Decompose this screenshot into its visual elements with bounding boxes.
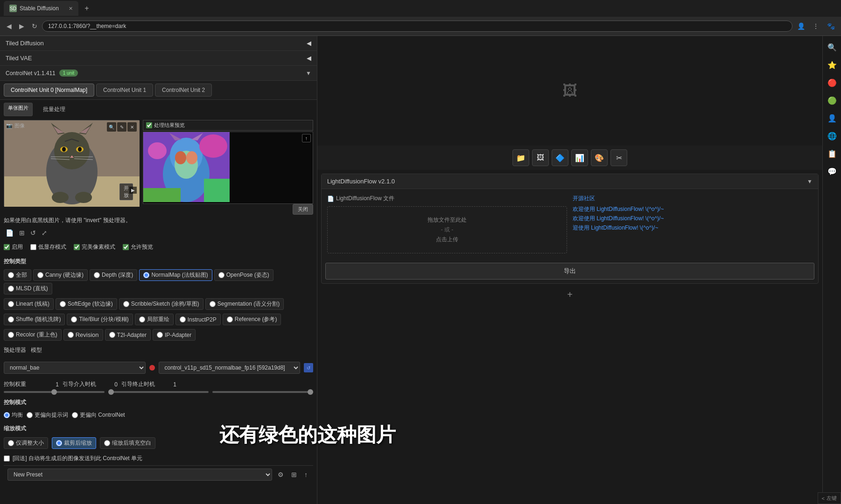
batch-process-tab[interactable]: 批量处理: [36, 103, 72, 116]
control-type-scribble[interactable]: Scribble/Sketch (涂鸦/草图): [119, 298, 203, 310]
main-image-box[interactable]: 📷 图像: [4, 120, 139, 206]
preset-settings-button[interactable]: ⚙: [276, 470, 286, 479]
preprocessor-select[interactable]: normal_bae: [4, 362, 146, 374]
refresh-model-button[interactable]: ↺: [304, 363, 313, 372]
tool-chart-button[interactable]: 📊: [571, 149, 588, 166]
control-mode-label: 控制模式: [4, 396, 313, 408]
ld-toggle-arrow[interactable]: ▼: [807, 178, 813, 185]
enable-checkbox[interactable]: 启用: [4, 243, 23, 251]
controlnet-tab-0[interactable]: ControlNet Unit 0 [NormalMap]: [4, 84, 94, 97]
control-type-t2i[interactable]: T2I-Adapter: [105, 329, 151, 341]
control-type-openpose[interactable]: OpenPose (姿态): [214, 269, 273, 281]
sidebar-red-icon[interactable]: 🔴: [825, 75, 840, 90]
control-type-normalmap[interactable]: NormalMap (法线贴图): [139, 269, 212, 281]
new-preset-row: New Preset ⚙ ⊞ ↑: [4, 465, 313, 483]
control-type-mlsd[interactable]: MLSD (直线): [4, 283, 52, 294]
controlnet-tab-1[interactable]: ControlNet Unit 1: [96, 84, 153, 97]
control-type-depth[interactable]: Depth (深度): [90, 269, 137, 281]
low-memory-checkbox[interactable]: 低显存模式: [30, 243, 66, 251]
close-preview-button[interactable]: 关闭: [293, 204, 313, 215]
preset-upload-button[interactable]: ↑: [302, 470, 309, 479]
extension-icon[interactable]: 🐾: [824, 20, 837, 33]
guidance-end-slider[interactable]: [212, 391, 313, 393]
refresh-button[interactable]: ↻: [29, 21, 40, 32]
profile-icon[interactable]: 👤: [794, 20, 807, 33]
ld-file-link[interactable]: 📄 LightDiffusionFlow 文件: [327, 195, 567, 203]
guidance-end-label: 引导终止时机: [121, 380, 159, 388]
control-type-instructp2p[interactable]: InstructP2P: [175, 314, 221, 325]
image-refresh-button[interactable]: ↺: [28, 228, 38, 238]
image-expand-button[interactable]: ⤢: [40, 228, 49, 238]
sidebar-chat-icon[interactable]: 💬: [825, 164, 840, 179]
tiled-diffusion-section[interactable]: Tiled Diffusion ◀: [0, 36, 317, 51]
scale-mode-label: 缩放模式: [4, 422, 313, 434]
tab-close-button[interactable]: ✕: [69, 6, 73, 12]
preset-select[interactable]: New Preset: [7, 469, 272, 481]
control-type-lineart[interactable]: Lineart (线稿): [4, 298, 54, 310]
mode-controlnet[interactable]: 更偏向 ControlNet: [72, 411, 125, 419]
model-select[interactable]: control_v11p_sd15_normalbae_fp16 [592a19…: [159, 362, 301, 374]
tiled-vae-section[interactable]: Tiled VAE ◀: [0, 51, 317, 66]
preview-checkbox[interactable]: [146, 122, 152, 128]
tool-color-button[interactable]: 🎨: [591, 149, 608, 166]
image-copy-button[interactable]: 📄: [4, 228, 15, 238]
control-type-tileblur[interactable]: Tile/Blur (分块/模糊): [67, 314, 133, 325]
control-type-segmentation[interactable]: Segmentation (语义分割): [205, 298, 284, 310]
svg-point-17: [52, 192, 69, 203]
single-image-tab[interactable]: 单张图片: [4, 103, 33, 116]
controlnet-tab-2[interactable]: ControlNet Unit 2: [155, 84, 212, 97]
browser-tab[interactable]: SD Stable Diffusion ✕: [4, 1, 78, 16]
control-type-shuffle[interactable]: Shuffle (随机洗牌): [4, 314, 65, 325]
control-weight-value: 1: [45, 381, 59, 388]
preview-upload-button[interactable]: ↑: [302, 134, 311, 142]
tool-crop-button[interactable]: ✂: [610, 149, 627, 166]
sidebar-green-icon[interactable]: 🟢: [825, 93, 840, 108]
control-type-reference[interactable]: Reference (参考): [223, 314, 281, 325]
control-type-softedge[interactable]: SoftEdge (软边缘): [56, 298, 117, 310]
zoom-button[interactable]: 🔍: [107, 122, 116, 132]
tool-shape-button[interactable]: 🔷: [552, 149, 568, 166]
forward-button[interactable]: ▶: [16, 21, 27, 32]
control-weight-slider[interactable]: [4, 391, 105, 393]
svg-rect-32: [143, 188, 181, 202]
tool-folder-button[interactable]: 📁: [512, 149, 529, 166]
perfect-pixel-checkbox[interactable]: 完美像素模式: [74, 243, 115, 251]
expand-arrow-button[interactable]: ▶: [129, 187, 137, 194]
control-type-recolor[interactable]: Recolor (重上色): [4, 329, 62, 341]
scale-resize-only[interactable]: 仅调整大小: [4, 437, 48, 449]
edit-button[interactable]: ✎: [117, 122, 126, 132]
image-grid-button[interactable]: ⊞: [17, 228, 27, 238]
scale-crop-resize[interactable]: 裁剪后缩放: [52, 437, 96, 449]
delete-button[interactable]: ✕: [127, 122, 137, 132]
scale-resize-fill[interactable]: 缩放后填充空白: [100, 437, 155, 449]
control-type-all[interactable]: 全部: [4, 269, 31, 281]
address-bar[interactable]: [42, 21, 792, 32]
mode-balanced[interactable]: 均衡: [4, 411, 23, 419]
sidebar-user-icon[interactable]: 👤: [825, 111, 840, 126]
loopback-checkbox[interactable]: [4, 455, 10, 462]
tool-image-button[interactable]: 🖼: [532, 149, 549, 166]
mode-prompt[interactable]: 更偏向提示词: [27, 411, 68, 419]
control-type-canny[interactable]: Canny (硬边缘): [33, 269, 88, 281]
ld-community-link[interactable]: 开源社区: [573, 195, 813, 203]
allow-preview-checkbox[interactable]: 允许预览: [123, 243, 153, 251]
control-type-inpaint[interactable]: 局部重绘: [135, 314, 174, 325]
sidebar-search-icon[interactable]: 🔍: [825, 40, 840, 55]
ld-upload-area[interactable]: 拖放文件至此处 - 或 - 点击上传: [327, 206, 567, 253]
control-type-revision[interactable]: Revision: [63, 329, 103, 341]
tab-title: Stable Diffusion: [20, 5, 59, 12]
ld-header: LightDiffusionFlow v2.1.0 ▼: [322, 174, 818, 189]
guidance-start-slider[interactable]: [108, 391, 209, 393]
sidebar-globe-icon[interactable]: 🌐: [825, 128, 840, 143]
settings-icon[interactable]: ⋮: [809, 20, 822, 33]
sidebar-star-icon[interactable]: ⭐: [825, 57, 840, 72]
new-tab-button[interactable]: +: [80, 2, 93, 15]
controlnet-toggle-arrow[interactable]: ▼: [306, 70, 311, 77]
control-type-ipadapter[interactable]: IP-Adapter: [153, 329, 196, 341]
back-button[interactable]: ◀: [4, 21, 14, 32]
sidebar-clipboard-icon[interactable]: 📋: [825, 146, 840, 161]
ld-export-button[interactable]: 导出: [325, 263, 814, 280]
add-button[interactable]: +: [567, 289, 573, 300]
preset-grid-button[interactable]: ⊞: [289, 470, 299, 479]
ld-upload-click[interactable]: 点击上传: [337, 236, 557, 244]
